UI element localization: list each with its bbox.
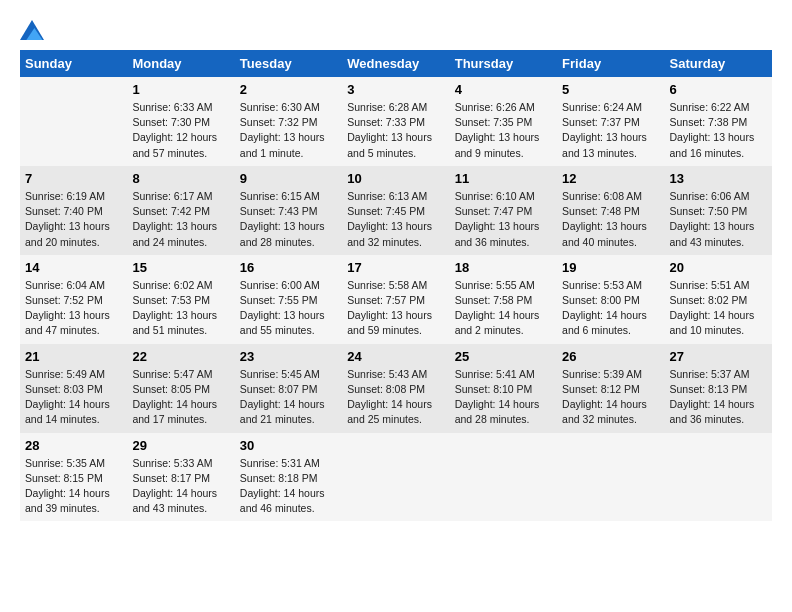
calendar-cell: 8Sunrise: 6:17 AMSunset: 7:42 PMDaylight… [127,166,234,255]
logo-icon [20,20,44,40]
calendar-cell: 1Sunrise: 6:33 AMSunset: 7:30 PMDaylight… [127,77,234,166]
calendar-week-row: 14Sunrise: 6:04 AMSunset: 7:52 PMDayligh… [20,255,772,344]
day-number: 14 [25,260,122,275]
calendar-week-row: 7Sunrise: 6:19 AMSunset: 7:40 PMDaylight… [20,166,772,255]
calendar-cell: 25Sunrise: 5:41 AMSunset: 8:10 PMDayligh… [450,344,557,433]
calendar-cell: 19Sunrise: 5:53 AMSunset: 8:00 PMDayligh… [557,255,664,344]
calendar-cell: 18Sunrise: 5:55 AMSunset: 7:58 PMDayligh… [450,255,557,344]
calendar-cell: 24Sunrise: 5:43 AMSunset: 8:08 PMDayligh… [342,344,449,433]
calendar-cell: 4Sunrise: 6:26 AMSunset: 7:35 PMDaylight… [450,77,557,166]
day-info: Sunrise: 5:41 AMSunset: 8:10 PMDaylight:… [455,367,552,428]
day-number: 12 [562,171,659,186]
day-number: 20 [670,260,767,275]
day-info: Sunrise: 6:02 AMSunset: 7:53 PMDaylight:… [132,278,229,339]
day-number: 23 [240,349,337,364]
day-number: 27 [670,349,767,364]
day-info: Sunrise: 6:04 AMSunset: 7:52 PMDaylight:… [25,278,122,339]
calendar-cell: 30Sunrise: 5:31 AMSunset: 8:18 PMDayligh… [235,433,342,522]
calendar-week-row: 1Sunrise: 6:33 AMSunset: 7:30 PMDaylight… [20,77,772,166]
day-info: Sunrise: 6:22 AMSunset: 7:38 PMDaylight:… [670,100,767,161]
calendar-header-monday: Monday [127,50,234,77]
calendar-cell [450,433,557,522]
day-info: Sunrise: 6:15 AMSunset: 7:43 PMDaylight:… [240,189,337,250]
header [20,20,772,40]
calendar-cell: 21Sunrise: 5:49 AMSunset: 8:03 PMDayligh… [20,344,127,433]
day-info: Sunrise: 5:58 AMSunset: 7:57 PMDaylight:… [347,278,444,339]
day-info: Sunrise: 5:31 AMSunset: 8:18 PMDaylight:… [240,456,337,517]
day-number: 9 [240,171,337,186]
day-number: 18 [455,260,552,275]
calendar-cell: 14Sunrise: 6:04 AMSunset: 7:52 PMDayligh… [20,255,127,344]
calendar-cell: 10Sunrise: 6:13 AMSunset: 7:45 PMDayligh… [342,166,449,255]
day-number: 3 [347,82,444,97]
calendar-cell: 6Sunrise: 6:22 AMSunset: 7:38 PMDaylight… [665,77,772,166]
calendar-header-sunday: Sunday [20,50,127,77]
day-number: 10 [347,171,444,186]
calendar-cell: 13Sunrise: 6:06 AMSunset: 7:50 PMDayligh… [665,166,772,255]
calendar-cell: 16Sunrise: 6:00 AMSunset: 7:55 PMDayligh… [235,255,342,344]
day-info: Sunrise: 5:51 AMSunset: 8:02 PMDaylight:… [670,278,767,339]
day-number: 15 [132,260,229,275]
day-info: Sunrise: 5:49 AMSunset: 8:03 PMDaylight:… [25,367,122,428]
calendar-cell: 17Sunrise: 5:58 AMSunset: 7:57 PMDayligh… [342,255,449,344]
day-info: Sunrise: 6:33 AMSunset: 7:30 PMDaylight:… [132,100,229,161]
day-number: 28 [25,438,122,453]
calendar-cell: 15Sunrise: 6:02 AMSunset: 7:53 PMDayligh… [127,255,234,344]
calendar-cell: 20Sunrise: 5:51 AMSunset: 8:02 PMDayligh… [665,255,772,344]
day-info: Sunrise: 5:39 AMSunset: 8:12 PMDaylight:… [562,367,659,428]
calendar-cell: 9Sunrise: 6:15 AMSunset: 7:43 PMDaylight… [235,166,342,255]
calendar-cell: 22Sunrise: 5:47 AMSunset: 8:05 PMDayligh… [127,344,234,433]
day-number: 11 [455,171,552,186]
day-info: Sunrise: 5:43 AMSunset: 8:08 PMDaylight:… [347,367,444,428]
calendar-week-row: 21Sunrise: 5:49 AMSunset: 8:03 PMDayligh… [20,344,772,433]
logo [20,20,48,40]
day-info: Sunrise: 6:00 AMSunset: 7:55 PMDaylight:… [240,278,337,339]
day-info: Sunrise: 6:17 AMSunset: 7:42 PMDaylight:… [132,189,229,250]
day-number: 2 [240,82,337,97]
day-info: Sunrise: 6:30 AMSunset: 7:32 PMDaylight:… [240,100,337,161]
calendar-cell [342,433,449,522]
day-info: Sunrise: 6:19 AMSunset: 7:40 PMDaylight:… [25,189,122,250]
day-info: Sunrise: 5:33 AMSunset: 8:17 PMDaylight:… [132,456,229,517]
calendar-header-wednesday: Wednesday [342,50,449,77]
day-number: 6 [670,82,767,97]
calendar-cell: 11Sunrise: 6:10 AMSunset: 7:47 PMDayligh… [450,166,557,255]
day-info: Sunrise: 5:35 AMSunset: 8:15 PMDaylight:… [25,456,122,517]
day-number: 4 [455,82,552,97]
calendar-cell: 3Sunrise: 6:28 AMSunset: 7:33 PMDaylight… [342,77,449,166]
day-number: 30 [240,438,337,453]
calendar-cell: 23Sunrise: 5:45 AMSunset: 8:07 PMDayligh… [235,344,342,433]
calendar-cell: 5Sunrise: 6:24 AMSunset: 7:37 PMDaylight… [557,77,664,166]
calendar-cell [665,433,772,522]
day-info: Sunrise: 5:55 AMSunset: 7:58 PMDaylight:… [455,278,552,339]
day-number: 26 [562,349,659,364]
day-number: 8 [132,171,229,186]
day-info: Sunrise: 6:26 AMSunset: 7:35 PMDaylight:… [455,100,552,161]
day-info: Sunrise: 6:28 AMSunset: 7:33 PMDaylight:… [347,100,444,161]
calendar-cell [557,433,664,522]
calendar-header-thursday: Thursday [450,50,557,77]
day-info: Sunrise: 6:13 AMSunset: 7:45 PMDaylight:… [347,189,444,250]
calendar-cell: 7Sunrise: 6:19 AMSunset: 7:40 PMDaylight… [20,166,127,255]
day-info: Sunrise: 6:10 AMSunset: 7:47 PMDaylight:… [455,189,552,250]
day-info: Sunrise: 5:47 AMSunset: 8:05 PMDaylight:… [132,367,229,428]
calendar-header-tuesday: Tuesday [235,50,342,77]
calendar-header-friday: Friday [557,50,664,77]
day-number: 7 [25,171,122,186]
day-number: 16 [240,260,337,275]
day-number: 22 [132,349,229,364]
day-info: Sunrise: 5:53 AMSunset: 8:00 PMDaylight:… [562,278,659,339]
day-info: Sunrise: 5:45 AMSunset: 8:07 PMDaylight:… [240,367,337,428]
day-number: 24 [347,349,444,364]
day-number: 25 [455,349,552,364]
calendar-header-row: SundayMondayTuesdayWednesdayThursdayFrid… [20,50,772,77]
day-info: Sunrise: 6:06 AMSunset: 7:50 PMDaylight:… [670,189,767,250]
day-info: Sunrise: 5:37 AMSunset: 8:13 PMDaylight:… [670,367,767,428]
day-number: 17 [347,260,444,275]
calendar-cell: 26Sunrise: 5:39 AMSunset: 8:12 PMDayligh… [557,344,664,433]
calendar-cell: 29Sunrise: 5:33 AMSunset: 8:17 PMDayligh… [127,433,234,522]
day-number: 13 [670,171,767,186]
calendar-cell: 28Sunrise: 5:35 AMSunset: 8:15 PMDayligh… [20,433,127,522]
calendar-cell [20,77,127,166]
calendar-cell: 27Sunrise: 5:37 AMSunset: 8:13 PMDayligh… [665,344,772,433]
